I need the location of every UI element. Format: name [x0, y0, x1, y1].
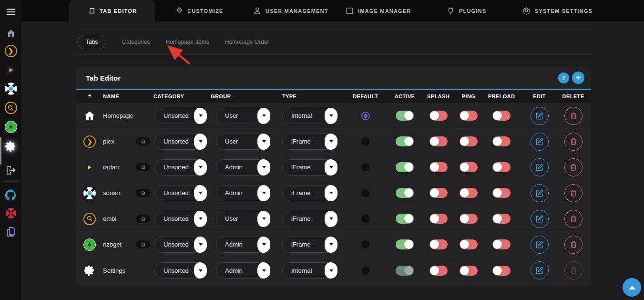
- splash-toggle[interactable]: [429, 162, 448, 172]
- active-toggle[interactable]: [396, 111, 414, 121]
- group-select[interactable]: User: [216, 134, 270, 150]
- chevron-down-icon: [329, 269, 333, 272]
- preload-toggle[interactable]: [492, 266, 511, 276]
- splash-toggle[interactable]: [429, 214, 448, 224]
- group-select[interactable]: Admin: [216, 159, 270, 176]
- top-tab-user-management[interactable]: USER MANAGEMENT: [253, 0, 328, 21]
- active-toggle[interactable]: [396, 136, 414, 146]
- group-select[interactable]: Admin: [216, 185, 270, 201]
- edit-button[interactable]: [531, 158, 549, 176]
- edit-button[interactable]: [531, 184, 549, 202]
- category-select[interactable]: Unsorted: [154, 211, 207, 227]
- type-select[interactable]: Internal: [282, 108, 337, 124]
- active-toggle[interactable]: [396, 266, 414, 276]
- sidebar-item-plex[interactable]: ❯: [0, 44, 21, 58]
- subnav-item-homepage-items[interactable]: Homepage Items: [165, 39, 209, 45]
- category-select[interactable]: Unsorted: [154, 237, 207, 253]
- sidebar-item-settings[interactable]: [0, 140, 21, 153]
- ping-toggle[interactable]: [460, 188, 478, 198]
- edit-button[interactable]: [531, 210, 549, 228]
- delete-button[interactable]: [564, 261, 583, 279]
- active-toggle[interactable]: [396, 162, 414, 172]
- type-select[interactable]: iFrame: [282, 237, 337, 253]
- default-radio[interactable]: [361, 189, 369, 197]
- sidebar-item-logout[interactable]: [0, 164, 21, 177]
- active-toggle[interactable]: [396, 188, 414, 198]
- type-select[interactable]: iFrame: [282, 211, 337, 227]
- preload-toggle[interactable]: [492, 214, 511, 224]
- splash-toggle[interactable]: [429, 188, 448, 198]
- group-select[interactable]: User: [216, 108, 270, 124]
- sidebar-scrollbar-thumb[interactable]: [0, 137, 1, 165]
- default-radio[interactable]: [361, 240, 369, 248]
- ping-toggle[interactable]: [460, 266, 478, 276]
- type-select[interactable]: Internal: [282, 262, 337, 279]
- default-radio[interactable]: [361, 215, 369, 223]
- ping-toggle[interactable]: [460, 239, 478, 249]
- sidebar-item-github[interactable]: [0, 188, 21, 202]
- splash-toggle[interactable]: [429, 266, 448, 276]
- delete-button[interactable]: [564, 158, 583, 176]
- group-select[interactable]: Admin: [216, 262, 270, 279]
- top-tab-system-settings[interactable]: SYSTEM SETTINGS: [522, 0, 593, 21]
- delete-button[interactable]: [564, 107, 583, 125]
- splash-toggle[interactable]: [429, 239, 448, 249]
- active-toggle[interactable]: [396, 239, 414, 249]
- ping-toggle[interactable]: [460, 162, 478, 172]
- edit-button[interactable]: [531, 236, 549, 254]
- top-tab-plugins[interactable]: PLUGINS: [447, 0, 486, 21]
- sidebar-item-support[interactable]: [0, 207, 21, 220]
- sidebar-item-ombi[interactable]: [0, 101, 21, 114]
- ping-toggle[interactable]: [460, 111, 478, 121]
- preload-toggle[interactable]: [492, 239, 511, 249]
- top-tab-tab-editor[interactable]: TAB EDITOR: [69, 0, 155, 21]
- category-select[interactable]: Unsorted: [154, 159, 207, 176]
- active-toggle[interactable]: [396, 214, 414, 224]
- subnav-item-homepage-order[interactable]: Homepage Order: [225, 39, 269, 45]
- preload-toggle[interactable]: [492, 162, 511, 172]
- edit-button[interactable]: [531, 107, 549, 125]
- group-select[interactable]: User: [216, 211, 270, 227]
- type-select[interactable]: iFrame: [282, 185, 337, 201]
- sidebar-item-menu[interactable]: [0, 5, 21, 19]
- scroll-to-top-button[interactable]: [623, 278, 641, 297]
- splash-toggle[interactable]: [429, 136, 448, 146]
- group-select[interactable]: Admin: [216, 237, 270, 253]
- delete-button[interactable]: [564, 210, 583, 228]
- top-tab-image-manager[interactable]: IMAGE MANAGER: [346, 0, 411, 21]
- category-select[interactable]: Unsorted: [154, 108, 207, 124]
- type-select[interactable]: iFrame: [282, 134, 337, 150]
- top-tab-customize[interactable]: CUSTOMIZE: [175, 0, 223, 21]
- edit-button[interactable]: [531, 133, 549, 151]
- default-radio[interactable]: [361, 267, 369, 275]
- preload-toggle[interactable]: [492, 188, 511, 198]
- sidebar-item-nzbget[interactable]: [0, 120, 21, 134]
- type-select[interactable]: iFrame: [282, 159, 337, 176]
- subnav-item-tabs[interactable]: Tabs: [77, 35, 106, 49]
- category-select[interactable]: Unsorted: [154, 134, 207, 150]
- ping-toggle[interactable]: [460, 136, 478, 146]
- splash-toggle[interactable]: [429, 111, 448, 121]
- add-tab-button[interactable]: +: [572, 72, 584, 84]
- edit-button[interactable]: [531, 261, 549, 279]
- category-select[interactable]: Unsorted: [154, 262, 207, 279]
- sidebar-item-sonarr[interactable]: [0, 82, 21, 95]
- sidebar-item-docs[interactable]: [0, 225, 21, 238]
- preload-toggle[interactable]: [492, 111, 511, 121]
- delete-button[interactable]: [564, 133, 583, 151]
- delete-button[interactable]: [564, 236, 583, 254]
- column-header-default: DEFAULT: [340, 93, 390, 99]
- ping-toggle[interactable]: [460, 214, 478, 224]
- default-radio[interactable]: [361, 137, 369, 145]
- preload-toggle[interactable]: [492, 136, 511, 146]
- subnav-item-categories[interactable]: Categories: [122, 39, 150, 45]
- help-button[interactable]: ?: [558, 72, 569, 83]
- delete-button[interactable]: [564, 184, 583, 202]
- sidebar-item-home[interactable]: [0, 27, 21, 40]
- default-radio-selected[interactable]: [361, 112, 370, 120]
- tab-row-sonarr: sonarrUnsortedAdminiFrame: [76, 180, 591, 206]
- chevron-down-icon: [329, 166, 333, 168]
- default-radio[interactable]: [361, 163, 369, 171]
- sidebar-item-radarr[interactable]: [0, 63, 21, 77]
- category-select[interactable]: Unsorted: [154, 185, 207, 201]
